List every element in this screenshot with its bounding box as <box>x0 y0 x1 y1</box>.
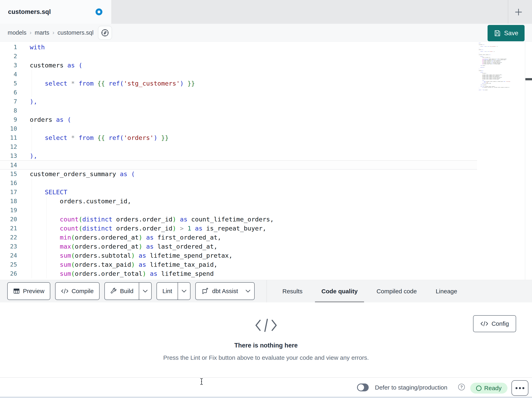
code-icon <box>480 321 488 326</box>
line-number: 23 <box>0 242 17 251</box>
new-tab-button[interactable] <box>513 7 524 17</box>
line-number: 13 <box>0 151 17 160</box>
line-number: 14 <box>0 161 17 170</box>
assist-chat-icon <box>201 287 209 295</box>
code-line[interactable]: 23 max(orders.ordered_at) as last_ordere… <box>0 242 477 251</box>
tab-compiled-code[interactable]: Compiled code <box>370 280 423 303</box>
code-line[interactable]: 19 <box>0 206 477 215</box>
tab-customers-sql[interactable]: customers.sql <box>0 0 111 24</box>
code-lines-area: 1with23customers as (45 select * from {{… <box>0 43 477 278</box>
breadcrumb-separator: › <box>30 30 32 36</box>
save-label: Save <box>504 30 518 37</box>
lint-dropdown-chevron[interactable] <box>177 283 190 300</box>
help-icon[interactable]: ? <box>458 384 465 390</box>
line-number: 6 <box>0 88 17 97</box>
editor-scroll-thumb[interactable] <box>525 78 532 80</box>
action-bar: Preview Compile Build <box>0 280 532 302</box>
code-line[interactable]: 17 SELECT <box>0 188 477 197</box>
tab-lineage[interactable]: Lineage <box>429 280 464 303</box>
table-icon <box>13 288 20 294</box>
code-line[interactable]: 24 sum(orders.subtotal) as lifetime_spen… <box>0 251 477 260</box>
code-line[interactable]: 9orders as ( <box>0 115 477 124</box>
line-number: 20 <box>0 215 17 224</box>
code-line[interactable]: 1with <box>0 43 477 52</box>
code-icon <box>61 288 69 294</box>
breadcrumb-file[interactable]: customers.sql <box>57 29 94 36</box>
line-number: 5 <box>0 79 17 88</box>
line-number: 25 <box>0 260 17 269</box>
code-line[interactable]: 6 <box>0 88 477 97</box>
code-line[interactable]: 21 count(distinct orders.order_id) > 1 a… <box>0 224 477 233</box>
code-line[interactable]: 4 <box>0 70 477 79</box>
defer-toggle[interactable] <box>357 384 369 391</box>
line-number: 26 <box>0 269 17 278</box>
code-line[interactable]: 10 <box>0 124 477 133</box>
dbt-assist-dropdown-chevron[interactable] <box>243 283 254 300</box>
build-dropdown-chevron[interactable] <box>139 283 151 300</box>
tabbar-separator <box>508 0 508 24</box>
code-line[interactable]: 20 count(distinct orders.order_id) as co… <box>0 215 477 224</box>
actionbar-divider <box>266 280 267 303</box>
ellipsis-icon <box>515 387 518 389</box>
line-number: 18 <box>0 197 17 206</box>
code-line[interactable]: 18 orders.customer_id, <box>0 197 477 206</box>
editor-action-buttons: Preview Compile Build <box>7 282 255 300</box>
locate-in-file-tree-button[interactable] <box>98 26 112 40</box>
line-number: 9 <box>0 115 17 124</box>
config-label: Config <box>492 320 509 327</box>
save-button[interactable]: Save <box>488 25 525 41</box>
dbt-assist-button[interactable]: dbt Assist <box>195 282 255 300</box>
code-line[interactable]: 13), <box>0 151 477 160</box>
plus-icon <box>514 7 523 17</box>
lint-label: Lint <box>162 288 172 294</box>
code-line[interactable]: 25 sum(orders.tax_paid) as lifetime_tax_… <box>0 260 477 269</box>
breadcrumb-models[interactable]: models <box>8 29 26 36</box>
config-button[interactable]: Config <box>473 315 516 332</box>
code-line[interactable]: 22 min(orders.ordered_at) as first_order… <box>0 233 477 242</box>
code-editor[interactable]: 1with23customers as (45 select * from {{… <box>0 42 532 280</box>
code-line[interactable]: 26 sum(orders.order_total) as lifetime_s… <box>0 269 477 278</box>
breadcrumb-bar: models › marts › customers.sql Save <box>0 24 532 42</box>
line-number: 22 <box>0 233 17 242</box>
preview-button[interactable]: Preview <box>7 282 50 300</box>
compile-button[interactable]: Compile <box>55 282 100 300</box>
line-number: 3 <box>0 61 17 70</box>
tab-results[interactable]: Results <box>276 280 309 303</box>
code-line[interactable]: 3customers as ( <box>0 61 477 70</box>
code-line[interactable]: 2 <box>0 52 477 61</box>
line-number: 8 <box>0 106 17 115</box>
code-line[interactable]: 16 <box>0 179 477 188</box>
line-number: 16 <box>0 179 17 188</box>
code-line[interactable]: 5 select * from {{ ref('stg_customers') … <box>0 79 477 88</box>
unsaved-indicator-dot <box>95 8 102 15</box>
line-number: 17 <box>0 188 17 197</box>
line-number: 10 <box>0 124 17 133</box>
code-line[interactable]: 12 <box>0 142 477 151</box>
line-number: 1 <box>0 43 17 52</box>
tab-bar: customers.sql <box>0 0 532 24</box>
tab-title: customers.sql <box>8 8 51 15</box>
empty-state: There is nothing here Press the Lint or … <box>0 302 532 361</box>
lint-button[interactable]: Lint <box>157 282 190 300</box>
breadcrumb-separator: › <box>52 30 54 36</box>
code-line[interactable]: 14 <box>0 160 477 170</box>
window-bottom-edge <box>0 397 532 398</box>
code-line[interactable]: 8 <box>0 106 477 115</box>
dbt-assist-label: dbt Assist <box>212 288 238 294</box>
code-line[interactable]: 11 select * from {{ ref('orders') }} <box>0 133 477 142</box>
more-options-button[interactable] <box>512 380 528 396</box>
code-line[interactable]: 15customer_orders_summary as ( <box>0 170 477 179</box>
code-line[interactable]: 7), <box>0 97 477 106</box>
result-panel-tabs: Results Code quality Compiled code Linea… <box>276 280 464 303</box>
empty-state-title: There is nothing here <box>234 342 298 349</box>
build-button[interactable]: Build <box>104 282 152 300</box>
tab-code-quality[interactable]: Code quality <box>315 280 364 303</box>
breadcrumb-marts[interactable]: marts <box>35 29 50 36</box>
code-icon <box>254 318 278 333</box>
toggle-knob <box>358 384 364 391</box>
indent-guide <box>32 70 32 79</box>
line-number: 19 <box>0 206 17 215</box>
minimap[interactable]: with customers as ( select * from {{ ref… <box>479 43 511 90</box>
compass-icon <box>100 28 110 38</box>
indent-guide <box>46 206 47 215</box>
